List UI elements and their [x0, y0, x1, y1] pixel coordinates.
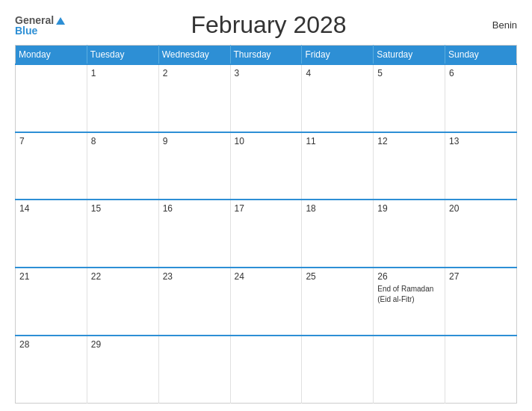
calendar-cell: 22	[87, 268, 158, 336]
calendar-cell	[16, 64, 87, 132]
calendar-cell: 10	[230, 132, 302, 200]
calendar-cell	[230, 336, 302, 404]
day-number: 11	[306, 136, 369, 146]
day-number: 19	[377, 203, 441, 214]
calendar-cell: 14	[16, 200, 87, 268]
day-number: 23	[163, 271, 226, 282]
logo-general: General	[15, 15, 54, 25]
calendar-cell: 28	[16, 336, 87, 404]
day-number: 1	[91, 68, 155, 78]
calendar-cell: 18	[302, 200, 374, 268]
logo: General Blue	[15, 15, 65, 36]
calendar-cell: 19	[374, 200, 445, 268]
calendar-cell: 17	[230, 200, 302, 268]
calendar-cell: 25	[302, 268, 374, 336]
day-number: 3	[235, 68, 298, 78]
calendar-cell: 9	[158, 132, 230, 200]
day-number: 18	[306, 203, 369, 214]
col-friday: Friday	[302, 46, 374, 65]
col-monday: Monday	[16, 46, 87, 65]
calendar-cell: 5	[374, 64, 445, 132]
col-saturday: Saturday	[374, 46, 445, 65]
calendar-cell: 6	[445, 64, 517, 132]
day-number: 21	[19, 271, 83, 282]
page-title: February 2028	[65, 11, 472, 39]
day-number: 4	[306, 68, 369, 78]
calendar-cell: 13	[445, 132, 517, 200]
day-number: 28	[19, 339, 83, 350]
calendar-cell: 3	[230, 64, 302, 132]
page: General Blue February 2028 Benin Monday …	[0, 0, 532, 411]
logo-blue: Blue	[15, 25, 65, 36]
calendar-cell: 27	[445, 268, 517, 336]
calendar-cell: 7	[16, 132, 87, 200]
calendar-cell: 20	[445, 200, 517, 268]
day-number: 5	[377, 68, 441, 78]
day-number: 26	[377, 271, 441, 282]
col-sunday: Sunday	[445, 46, 517, 65]
day-number: 7	[19, 136, 83, 146]
calendar-cell	[374, 336, 445, 404]
col-thursday: Thursday	[230, 46, 302, 65]
col-wednesday: Wednesday	[158, 46, 230, 65]
calendar-cell: 11	[302, 132, 374, 200]
calendar-cell: 29	[87, 336, 158, 404]
calendar-week-row: 123456	[16, 64, 517, 132]
calendar-cell: 16	[158, 200, 230, 268]
calendar-cell: 15	[87, 200, 158, 268]
calendar-cell: 12	[374, 132, 445, 200]
calendar-week-row: 2829	[16, 336, 517, 404]
day-number: 15	[91, 203, 155, 214]
day-number: 9	[163, 136, 226, 146]
calendar-week-row: 78910111213	[16, 132, 517, 200]
calendar-cell	[158, 336, 230, 404]
day-number: 22	[91, 271, 155, 282]
calendar-header: Monday Tuesday Wednesday Thursday Friday…	[16, 46, 517, 65]
logo-triangle-icon	[56, 17, 65, 25]
day-number: 29	[91, 339, 155, 350]
calendar-cell: 8	[87, 132, 158, 200]
calendar-week-row: 14151617181920	[16, 200, 517, 268]
day-number: 20	[449, 203, 513, 214]
calendar-cell: 4	[302, 64, 374, 132]
calendar-cell: 24	[230, 268, 302, 336]
calendar-cell	[302, 336, 374, 404]
day-number: 10	[235, 136, 298, 146]
day-number: 16	[163, 203, 226, 214]
calendar-cell	[445, 336, 517, 404]
day-number: 2	[163, 68, 226, 78]
day-number: 8	[91, 136, 155, 146]
calendar-week-row: 212223242526End of Ramadan (Eid al-Fitr)…	[16, 268, 517, 336]
country-label: Benin	[472, 19, 517, 31]
calendar-cell: 26End of Ramadan (Eid al-Fitr)	[374, 268, 445, 336]
calendar-body: 1234567891011121314151617181920212223242…	[16, 64, 517, 404]
calendar-event: End of Ramadan (Eid al-Fitr)	[377, 285, 433, 303]
day-number: 12	[377, 136, 441, 146]
calendar-cell: 2	[158, 64, 230, 132]
calendar-cell: 21	[16, 268, 87, 336]
col-tuesday: Tuesday	[87, 46, 158, 65]
calendar-cell: 1	[87, 64, 158, 132]
day-number: 13	[449, 136, 513, 146]
calendar-table: Monday Tuesday Wednesday Thursday Friday…	[15, 45, 517, 404]
day-number: 14	[19, 203, 83, 214]
day-number: 25	[306, 271, 369, 282]
day-number: 6	[449, 68, 513, 78]
day-number: 27	[449, 271, 513, 282]
header: General Blue February 2028 Benin	[15, 11, 517, 39]
day-number: 17	[235, 203, 298, 214]
weekday-header-row: Monday Tuesday Wednesday Thursday Friday…	[16, 46, 517, 65]
day-number: 24	[235, 271, 298, 282]
calendar-cell: 23	[158, 268, 230, 336]
